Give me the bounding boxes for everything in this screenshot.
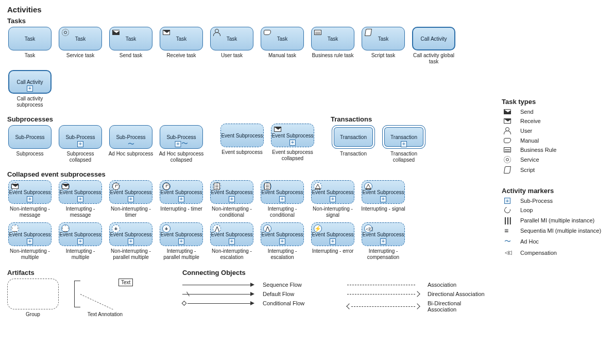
legend-label: Compensation	[520, 250, 557, 256]
shape-caption: Non-interrupting - timer	[108, 206, 154, 218]
bpmn-shape: ◁◁Event Subprocess+	[362, 222, 405, 246]
gear-icon	[502, 156, 513, 163]
shape-cell: Task Manual task	[260, 27, 305, 65]
shape-cell: Event Subprocess Event subprocess	[219, 124, 265, 162]
shape-cell: Event Subprocess+ Non-interrupting - mul…	[7, 222, 53, 261]
plus-icon: +	[162, 224, 170, 233]
shape-cell: Task Send task	[108, 27, 154, 65]
connector-row: Bi-Directional Association	[347, 300, 491, 313]
shape-caption: Event subprocess collapsed	[270, 149, 315, 162]
connector-row: Default Flow	[182, 291, 327, 297]
bpmn-shape: Transaction+	[382, 125, 425, 149]
marker-plus: +	[77, 238, 83, 245]
user-icon	[502, 127, 513, 134]
shape-caption: Non-interrupting - signal	[310, 206, 355, 218]
shape-cell: Call Activity+ Call activity subprocess	[7, 70, 53, 108]
shape-label: Task	[126, 36, 137, 42]
transactions-header: Transactions	[331, 115, 427, 123]
shape-caption: Call activity global task	[411, 53, 456, 65]
marker-plus: +	[128, 196, 134, 202]
legend-label: Script	[520, 167, 535, 173]
tri-icon	[314, 182, 322, 190]
connector-row: Sequence Flow	[182, 282, 327, 288]
hand-icon	[263, 29, 271, 36]
plusbox-icon: +	[502, 198, 513, 204]
shape-caption: Interrupting - escalation	[260, 248, 305, 261]
shape-cell: Transaction Transaction	[331, 125, 376, 163]
shape-caption: Non-interrupting - escalation	[209, 248, 254, 261]
bpmn-shape: ⚡Event Subprocess+	[311, 222, 354, 246]
tilde-icon: 〜	[502, 237, 513, 246]
legend-row: Manual	[502, 137, 607, 144]
legend-label: Receive	[520, 118, 541, 124]
marker-plus: +	[401, 141, 407, 147]
shape-label: Task	[328, 36, 338, 42]
env-filled-icon	[112, 29, 120, 36]
shape-caption: Ad Hoc subprocess	[109, 151, 154, 162]
shape-cell: Task Service task	[58, 27, 103, 65]
shape-caption: Transaction collapsed	[381, 151, 427, 163]
bpmn-shape: Event Subprocess	[220, 124, 264, 147]
collapsed-container: Event Subprocess+ Non-interrupting - mes…	[7, 180, 491, 261]
hand-icon	[502, 138, 513, 143]
shape-cell: Transaction+ Transaction collapsed	[381, 125, 427, 163]
bpmn-shape: ⋀Event Subprocess+	[210, 222, 253, 246]
env-icon	[502, 118, 513, 124]
shape-caption: Non-interrupting - conditional	[209, 206, 254, 218]
connector-label: Directional Association	[428, 291, 485, 297]
shape-cell: Event Subprocess+ Non-interrupting - sig…	[310, 180, 355, 218]
shape-caption: Transaction	[340, 151, 367, 162]
shape-cell: Event Subprocess+ Interrupting - timer	[159, 180, 204, 218]
shape-caption: Script task	[371, 53, 396, 64]
marker-plus: +	[77, 196, 83, 202]
bpmn-shape: Task	[109, 27, 152, 50]
gear-icon	[61, 29, 70, 36]
artifacts-header: Artifacts	[7, 269, 162, 276]
pent-icon	[11, 224, 19, 233]
env-icon	[274, 126, 282, 133]
bpmn-shape: Event Subprocess+	[59, 180, 102, 204]
marker-plus: +	[279, 238, 285, 245]
bpmn-shape: Task	[8, 27, 52, 50]
shape-cell: ⋀Event Subprocess+ Interrupting - escala…	[260, 222, 305, 261]
tasks-header: Tasks	[7, 17, 491, 25]
task-types-header: Task types	[502, 98, 607, 106]
bpmn-shape: Event Subprocess+	[311, 180, 354, 204]
legend-label: Business Rule	[520, 147, 556, 153]
shape-label: Task	[227, 36, 237, 42]
group-caption: Group	[26, 311, 40, 323]
bpmn-shape: Event Subprocess+	[8, 180, 52, 204]
connector-label: Sequence Flow	[263, 282, 302, 288]
legend-label: Manual	[520, 137, 539, 144]
connector-label: Conditional Flow	[263, 300, 304, 306]
doc-icon	[263, 182, 271, 190]
shape-caption: Receive task	[166, 53, 196, 64]
legend-row: User	[502, 127, 607, 134]
shape-caption: Interrupting - multiple	[58, 248, 103, 261]
bpmn-shape: Task	[59, 27, 102, 50]
marker-plus: +	[27, 238, 33, 245]
legend-label: Sub-Process	[520, 198, 553, 204]
legend-label: Sequentia MI (multiple instance)	[520, 228, 601, 234]
shape-cell: Task Task	[7, 27, 53, 65]
legend-row: Script	[502, 166, 607, 174]
shape-cell: +Event Subprocess+ Non-interrupting - pa…	[108, 222, 154, 261]
shape-label: Call Activity	[420, 36, 447, 42]
marker-plus: +	[27, 196, 33, 202]
marker-plus-tilde: +〜	[175, 140, 188, 147]
shape-label: Sub-Process	[65, 134, 95, 140]
shape-caption: Non-interrupting - multiple	[7, 248, 53, 261]
shape-cell: Event Subprocess+ Event subprocess colla…	[270, 124, 315, 162]
shape-cell: Event Subprocess+ Interrupting - conditi…	[260, 180, 305, 218]
legend-row: ◁◁ Compensation	[502, 249, 607, 256]
plus-icon: +	[112, 224, 120, 233]
shape-cell: Sub-Process+〜 Ad Hoc subprocess collapse…	[159, 125, 204, 163]
tasks-row: Task Task Task Service task Task Send ta…	[7, 27, 491, 108]
shape-caption: Non-interrupting - message	[7, 206, 53, 218]
shape-caption: Interrupting - conditional	[260, 206, 305, 218]
shape-cell: Event Subprocess+ Interrupting - signal	[361, 180, 406, 218]
event-subprocess-row: Event Subprocess Event subprocess Event …	[219, 124, 315, 162]
doc-icon	[213, 182, 221, 190]
bpmn-shape: Event Subprocess+	[59, 222, 102, 246]
shape-cell: Sub-Process+ Subprocess collapsed	[58, 125, 103, 163]
